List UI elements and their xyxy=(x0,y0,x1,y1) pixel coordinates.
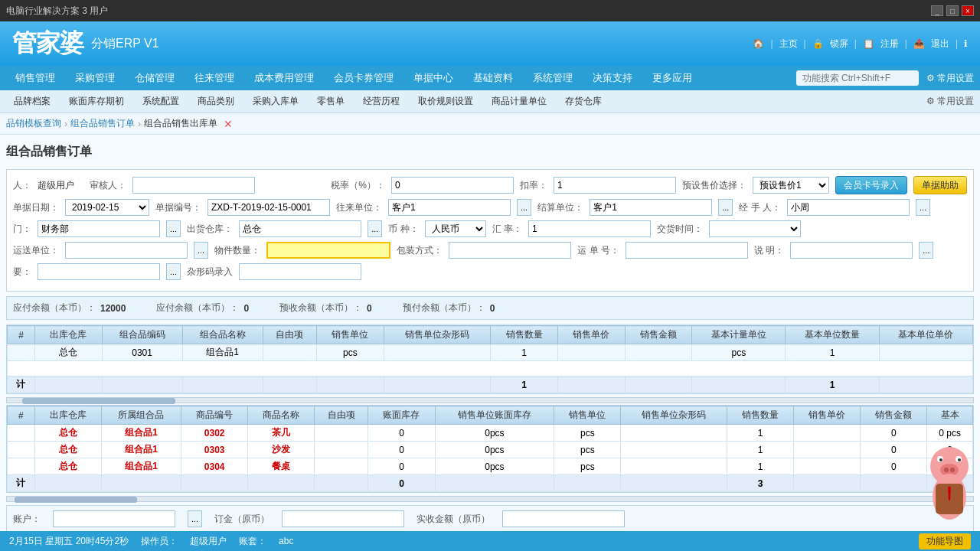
window-controls[interactable]: _ □ × xyxy=(931,5,974,16)
col-num: # xyxy=(8,326,35,344)
detail-row[interactable]: 总仓 组合品1 0302 茶几 0 0pcs pcs 1 0 0 pcs xyxy=(8,425,973,442)
approver-input[interactable] xyxy=(132,177,255,194)
tax-rate-input[interactable] xyxy=(391,177,514,194)
nav-purchase[interactable]: 采购管理 xyxy=(66,68,124,88)
warehouse-input[interactable] xyxy=(239,220,361,237)
close-btn[interactable]: × xyxy=(962,5,974,16)
shipping-num-label: 运 单 号： xyxy=(577,244,619,257)
discount-input[interactable] xyxy=(554,177,676,194)
subnav-settings[interactable]: ⚙ 常用设置 xyxy=(926,95,974,108)
status-account-label: 账套： xyxy=(239,535,266,548)
detail-sum-row: 计 0 3 xyxy=(8,475,973,492)
main-table-scrollbar[interactable] xyxy=(6,397,974,403)
col-warehouse: 出库仓库 xyxy=(34,326,102,344)
pack-input[interactable] xyxy=(449,242,571,259)
subnav-purchase[interactable]: 采购入库单 xyxy=(245,93,306,110)
nav-member[interactable]: 会员卡券管理 xyxy=(325,68,403,88)
subnav-category[interactable]: 商品类别 xyxy=(190,93,242,110)
pre-receive-label: 预收余额（本币）： xyxy=(279,302,362,315)
detail-scroll-thumb[interactable] xyxy=(15,497,137,503)
detail-table-scrollbar[interactable] xyxy=(6,496,974,502)
dcol-warehouse: 出库仓库 xyxy=(34,406,101,425)
subnav-uom[interactable]: 商品计量单位 xyxy=(484,93,554,110)
recipient-input[interactable] xyxy=(388,199,511,216)
remarks-ellipsis[interactable]: ... xyxy=(919,242,933,259)
subnav-retail[interactable]: 零售单 xyxy=(309,93,352,110)
breadcrumb-item-2[interactable]: 组合品销售订单 xyxy=(70,117,135,130)
require-ellipsis[interactable]: ... xyxy=(166,263,181,280)
dcol-free: 自由项 xyxy=(315,406,368,425)
register-link[interactable]: 注册 xyxy=(880,37,899,51)
remarks-input[interactable] xyxy=(790,242,913,259)
subnav-sys-config[interactable]: 系统配置 xyxy=(135,93,187,110)
logo-main: 管家婆 xyxy=(12,27,83,60)
nav-decision[interactable]: 决策支持 xyxy=(583,68,642,88)
main-table-container: # 出库仓库 组合品编码 组合品名称 自由项 销售单位 销售单位杂形码 销售数量… xyxy=(6,324,974,394)
transaction-time-select[interactable] xyxy=(709,220,801,237)
dcol-combo: 所属组合品 xyxy=(101,406,181,425)
nav-warehouse[interactable]: 仓储管理 xyxy=(126,68,184,88)
member-card-btn[interactable]: 会员卡号录入 xyxy=(835,176,907,194)
home-link[interactable]: 主页 xyxy=(779,37,798,51)
shipping-input[interactable] xyxy=(65,242,188,259)
main-nav: 销售管理 采购管理 仓储管理 往来管理 成本费用管理 会员卡券管理 单据中心 基… xyxy=(0,66,980,90)
breadcrumb-close-icon[interactable]: ✕ xyxy=(224,118,233,130)
help-btn[interactable]: 单据助助 xyxy=(913,176,967,194)
order-input[interactable] xyxy=(282,510,404,527)
parts-count-input[interactable] xyxy=(266,242,390,259)
nav-docs[interactable]: 单据中心 xyxy=(404,68,462,88)
info-icon[interactable]: ℹ xyxy=(964,38,968,49)
require-input[interactable] xyxy=(38,263,160,280)
dept-input[interactable] xyxy=(38,220,160,237)
currency-select[interactable]: 人民币 xyxy=(425,220,486,237)
subnav-history[interactable]: 经营历程 xyxy=(355,93,407,110)
nav-settings[interactable]: ⚙ 常用设置 xyxy=(926,72,974,85)
breadcrumb-item-1[interactable]: 品销模板查询 xyxy=(6,117,61,130)
maximize-btn[interactable]: □ xyxy=(946,5,959,16)
nav-cost[interactable]: 成本费用管理 xyxy=(245,68,323,88)
nav-base[interactable]: 基础资料 xyxy=(464,68,522,88)
nav-relations[interactable]: 往来管理 xyxy=(185,68,243,88)
account-input[interactable] xyxy=(53,510,175,527)
actual-input[interactable] xyxy=(502,510,625,527)
barcode-input[interactable] xyxy=(239,263,361,280)
price-select[interactable]: 预设售价1 xyxy=(753,177,829,194)
account-ellipsis[interactable]: ... xyxy=(188,510,202,527)
cell-base-unit: pcs xyxy=(692,344,786,361)
settlement-ellipsis[interactable]: ... xyxy=(718,199,733,216)
detail-row[interactable]: 总仓 组合品1 0303 沙发 0 0pcs pcs 1 0 0 xyxy=(8,442,973,458)
shipping-ellipsis[interactable]: ... xyxy=(194,242,208,259)
dept-ellipsis[interactable]: ... xyxy=(166,220,181,237)
handler-input[interactable] xyxy=(787,199,910,216)
subnav-brand[interactable]: 品牌档案 xyxy=(6,93,58,110)
minimize-btn[interactable]: _ xyxy=(931,5,943,16)
pre-receive-summary: 预收余额（本币）： 0 xyxy=(279,302,372,315)
scroll-thumb[interactable] xyxy=(22,398,175,404)
handler-ellipsis[interactable]: ... xyxy=(916,199,930,216)
settlement-input[interactable] xyxy=(590,199,712,216)
status-operator-label: 操作员： xyxy=(141,535,178,548)
recipient-ellipsis[interactable]: ... xyxy=(517,199,531,216)
content-area: 组合品销售订单 人： 超级用户 审核人： 税率（%）： 扣率： 预设售价选择： … xyxy=(0,135,980,551)
warehouse-ellipsis[interactable]: ... xyxy=(368,220,382,237)
detail-row[interactable]: 总仓 组合品1 0304 餐桌 0 0pcs pcs 1 0 0 pcs xyxy=(8,458,973,475)
nav-more[interactable]: 更多应用 xyxy=(643,68,701,88)
table-row[interactable]: 总仓 0301 组合品1 pcs 1 pcs 1 xyxy=(8,344,973,361)
exit-link[interactable]: 退出 xyxy=(931,37,949,51)
order-num-input[interactable] xyxy=(207,199,330,216)
subnav-stock-init[interactable]: 账面库存期初 xyxy=(61,93,132,110)
pre-pay-label: 预付余额（本币）： xyxy=(403,302,485,315)
nav-search-input[interactable] xyxy=(796,70,919,86)
status-right-btn[interactable]: 功能导图 xyxy=(919,533,971,549)
payable-value: 12000 xyxy=(100,303,126,314)
lock-link[interactable]: 锁屏 xyxy=(830,37,848,51)
svg-point-4 xyxy=(944,468,949,472)
nav-sales[interactable]: 销售管理 xyxy=(6,68,64,88)
subnav-stock-warehouse[interactable]: 存货仓库 xyxy=(557,93,609,110)
home-icon[interactable]: 🏠 xyxy=(753,38,764,49)
date-input[interactable]: 2019-02-15 xyxy=(65,199,149,216)
subnav-price-rules[interactable]: 取价规则设置 xyxy=(410,93,481,110)
shipping-num-input[interactable] xyxy=(626,242,748,259)
nav-system[interactable]: 系统管理 xyxy=(524,68,582,88)
exchange-input[interactable] xyxy=(528,220,651,237)
